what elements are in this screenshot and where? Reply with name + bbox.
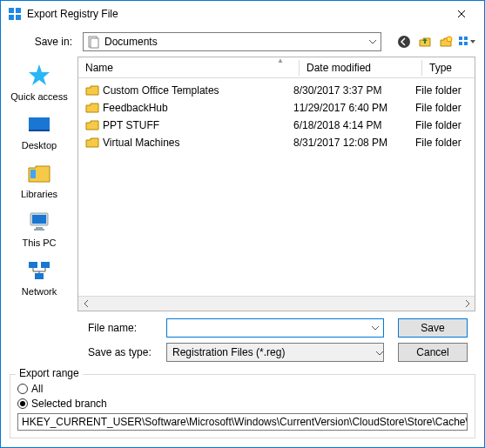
radio-all[interactable]: All	[17, 383, 468, 395]
svg-rect-19	[29, 262, 37, 268]
quick-access-icon	[25, 62, 53, 90]
view-menu-button[interactable]	[458, 33, 475, 50]
svg-rect-10	[459, 42, 462, 45]
form-rows: File name: Save Save as type: Registrati…	[1, 317, 484, 374]
column-type[interactable]: Type	[422, 57, 475, 77]
file-date: 8/31/2017 12:08 PM	[293, 137, 415, 149]
sort-indicator-icon: ▲	[277, 57, 284, 64]
list-item[interactable]: PPT STUFF 6/18/2018 4:14 PM File folder	[78, 117, 475, 134]
file-name-combo[interactable]	[166, 318, 384, 338]
file-name-label: File name:	[1, 322, 166, 334]
save-as-type-row: Save as type: Registration Files (*.reg)…	[1, 343, 475, 362]
chevron-down-icon[interactable]	[376, 346, 383, 358]
svg-rect-2	[9, 15, 14, 20]
file-name-input[interactable]	[167, 322, 367, 334]
place-desktop[interactable]: Desktop	[5, 110, 73, 150]
list-item[interactable]: Custom Office Templates 8/30/2017 3:37 P…	[78, 82, 475, 99]
svg-rect-20	[41, 262, 50, 268]
svg-rect-11	[464, 42, 468, 45]
file-name-row: File name: Save	[1, 318, 475, 338]
window-title: Export Registry File	[27, 8, 444, 20]
save-button[interactable]: Save	[398, 318, 468, 338]
column-date-label: Date modified	[306, 62, 371, 74]
network-icon	[25, 257, 53, 284]
this-pc-icon	[25, 208, 53, 236]
documents-icon	[87, 35, 101, 49]
save-as-type-combo[interactable]: Registration Files (*.reg)	[166, 343, 384, 362]
cancel-button[interactable]: Cancel	[398, 343, 468, 362]
new-folder-button[interactable]	[437, 33, 455, 50]
save-in-value: Documents	[104, 36, 365, 48]
radio-selected-label: Selected branch	[31, 398, 107, 410]
up-one-level-button[interactable]	[416, 33, 434, 50]
svg-point-6	[398, 36, 410, 48]
title-bar: Export Registry File	[1, 1, 484, 27]
place-this-pc[interactable]: This PC	[5, 208, 73, 248]
file-rows: Custom Office Templates 8/30/2017 3:37 P…	[78, 78, 475, 296]
list-item[interactable]: Virtual Machines 8/31/2017 12:08 PM File…	[78, 134, 475, 151]
save-in-combo[interactable]: Documents	[83, 32, 381, 51]
place-label: Quick access	[10, 91, 67, 102]
file-type: File folder	[415, 84, 468, 97]
libraries-icon	[25, 159, 53, 187]
file-list-header: Name ▲ Date modified Type	[78, 57, 475, 78]
list-item[interactable]: FeedbackHub 11/29/2017 6:40 PM File fold…	[78, 99, 475, 117]
column-date[interactable]: Date modified	[300, 57, 421, 77]
middle-area: Quick access Desktop Libraries This PC N…	[1, 57, 484, 317]
radio-selected-branch[interactable]: Selected branch	[17, 398, 468, 410]
file-list-pane: Name ▲ Date modified Type Custom Office …	[77, 57, 475, 311]
place-libraries[interactable]: Libraries	[5, 159, 73, 199]
export-range-legend: Export range	[16, 367, 83, 379]
column-name-label: Name	[85, 62, 113, 74]
radio-icon	[17, 398, 28, 409]
svg-rect-5	[91, 38, 98, 48]
scroll-right-icon[interactable]	[460, 297, 475, 311]
scroll-track[interactable]	[93, 297, 460, 311]
svg-rect-12	[29, 117, 50, 130]
place-label: Libraries	[21, 189, 57, 199]
svg-rect-1	[16, 8, 21, 13]
svg-point-7	[447, 37, 452, 42]
cancel-button-label: Cancel	[416, 346, 448, 358]
file-date: 8/30/2017 3:37 PM	[293, 84, 415, 97]
folder-icon	[85, 136, 99, 150]
file-date: 6/18/2018 4:14 PM	[293, 119, 415, 131]
branch-path-input[interactable]: HKEY_CURRENT_USER\Software\Microsoft\Win…	[17, 413, 468, 431]
file-name: Virtual Machines	[103, 137, 293, 149]
chevron-down-icon[interactable]	[367, 319, 383, 337]
app-icon	[8, 7, 22, 21]
place-quick-access[interactable]: Quick access	[5, 62, 73, 102]
radio-all-label: All	[31, 383, 43, 395]
radio-icon	[17, 384, 28, 394]
folder-icon	[85, 84, 99, 97]
file-name: FeedbackHub	[103, 102, 293, 114]
horizontal-scrollbar[interactable]	[78, 296, 475, 311]
folder-icon	[85, 101, 99, 115]
file-name: Custom Office Templates	[103, 84, 293, 97]
file-type: File folder	[415, 102, 468, 114]
column-type-label: Type	[429, 62, 452, 74]
svg-rect-3	[16, 15, 21, 20]
save-in-row: Save in: Documents	[1, 27, 484, 57]
svg-rect-13	[29, 130, 50, 131]
save-in-label: Save in:	[1, 36, 77, 48]
svg-rect-0	[9, 8, 14, 13]
file-name: PPT STUFF	[103, 119, 293, 131]
file-date: 11/29/2017 6:40 PM	[293, 102, 415, 114]
close-button[interactable]	[444, 2, 479, 26]
scroll-left-icon[interactable]	[78, 297, 93, 311]
column-name[interactable]: Name	[78, 57, 299, 77]
place-label: This PC	[22, 237, 56, 248]
svg-rect-21	[35, 273, 44, 279]
place-network[interactable]: Network	[5, 257, 73, 297]
svg-rect-16	[32, 215, 46, 224]
folder-icon	[85, 118, 99, 132]
toolbar-icons	[387, 33, 475, 50]
svg-rect-18	[34, 229, 44, 231]
save-as-type-label: Save as type:	[1, 346, 166, 358]
place-label: Network	[22, 286, 57, 297]
save-as-type-value: Registration Files (*.reg)	[167, 346, 376, 358]
chevron-down-icon	[365, 33, 381, 50]
svg-rect-14	[30, 170, 36, 178]
back-button[interactable]	[395, 33, 413, 50]
